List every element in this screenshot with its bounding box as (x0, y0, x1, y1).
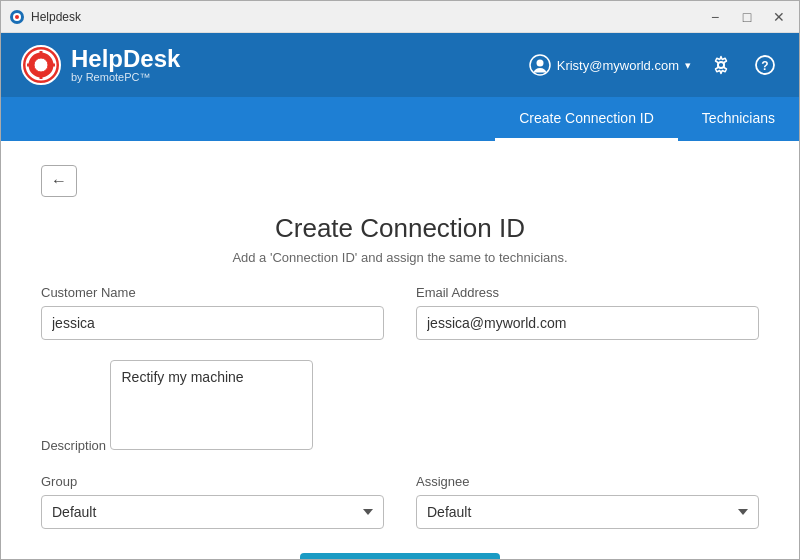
page-title: Create Connection ID (41, 213, 759, 244)
main-content: ← Create Connection ID Add a 'Connection… (1, 141, 799, 559)
logo-text: HelpDesk by RemotePC™ (71, 47, 180, 83)
svg-point-13 (536, 60, 543, 67)
help-button[interactable]: ? (751, 51, 779, 79)
assignee-select[interactable]: Default (416, 495, 759, 529)
dropdown-arrow-icon: ▾ (685, 59, 691, 72)
nav-create-connection-label: Create Connection ID (519, 110, 654, 126)
window-controls: − □ ✕ (703, 7, 791, 27)
form-row-group-assignee: Group Default Assignee Default (41, 474, 759, 529)
email-group: Email Address (416, 285, 759, 340)
group-label: Group (41, 474, 384, 489)
user-menu[interactable]: Kristy@myworld.com ▾ (529, 54, 691, 76)
assignee-label: Assignee (416, 474, 759, 489)
title-bar: Helpdesk − □ ✕ (1, 1, 799, 33)
settings-button[interactable] (707, 51, 735, 79)
page-subtitle: Add a 'Connection ID' and assign the sam… (41, 250, 759, 265)
svg-point-2 (15, 15, 19, 19)
email-label: Email Address (416, 285, 759, 300)
page-header: Create Connection ID Add a 'Connection I… (41, 213, 759, 265)
help-icon: ? (755, 55, 775, 75)
minimize-button[interactable]: − (703, 7, 727, 27)
nav-item-technicians[interactable]: Technicians (678, 97, 799, 141)
description-group: Description Rectify my machine (41, 360, 759, 454)
email-input[interactable] (416, 306, 759, 340)
app-title: Helpdesk (31, 10, 703, 24)
logo-sub-text: by RemotePC™ (71, 71, 180, 83)
logo-main-text: HelpDesk (71, 47, 180, 71)
user-email: Kristy@myworld.com (557, 58, 679, 73)
description-label: Description (41, 438, 106, 453)
nav-item-create-connection[interactable]: Create Connection ID (495, 97, 678, 141)
app-header: HelpDesk by RemotePC™ Kristy@myworld.com… (1, 33, 799, 97)
customer-name-input[interactable] (41, 306, 384, 340)
header-actions: Kristy@myworld.com ▾ ? (529, 51, 779, 79)
helpdesk-logo-icon (21, 45, 61, 85)
maximize-button[interactable]: □ (735, 7, 759, 27)
create-button[interactable]: Create (300, 553, 500, 559)
group-select[interactable]: Default (41, 495, 384, 529)
svg-text:?: ? (761, 59, 768, 73)
nav-bar: Create Connection ID Technicians (1, 97, 799, 141)
back-arrow-icon: ← (51, 172, 67, 190)
form-row-customer: Customer Name Email Address (41, 285, 759, 340)
gear-icon (711, 55, 731, 75)
logo-area: HelpDesk by RemotePC™ (21, 45, 529, 85)
close-button[interactable]: ✕ (767, 7, 791, 27)
nav-technicians-label: Technicians (702, 110, 775, 126)
customer-name-group: Customer Name (41, 285, 384, 340)
app-icon (9, 9, 25, 25)
description-input[interactable]: Rectify my machine (110, 360, 313, 450)
customer-name-label: Customer Name (41, 285, 384, 300)
assignee-group: Assignee Default (416, 474, 759, 529)
svg-point-14 (718, 62, 724, 68)
create-btn-row: Create (41, 553, 759, 559)
back-button[interactable]: ← (41, 165, 77, 197)
group-group: Group Default (41, 474, 384, 529)
user-icon (529, 54, 551, 76)
